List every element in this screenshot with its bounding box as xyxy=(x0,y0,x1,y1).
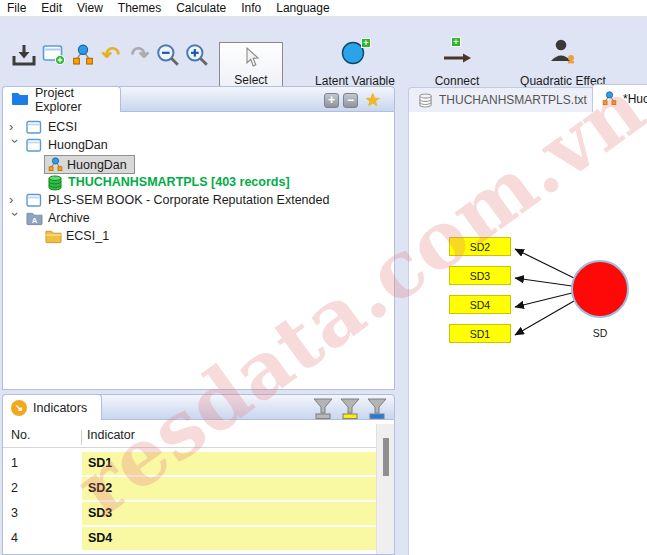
tree-item-huongdan-model[interactable]: HuongDan xyxy=(3,156,394,174)
indicator-cell[interactable]: SD2 xyxy=(82,477,376,500)
archive-folder-icon: A xyxy=(26,211,43,227)
indicators-panel: ↘ Indicators No. Indicator 1 SD1 2 SD2 3… xyxy=(2,394,395,555)
indicator-box-sd3[interactable]: SD3 xyxy=(449,266,511,285)
select-tool-button[interactable]: Select xyxy=(219,42,283,92)
row-number: 3 xyxy=(11,502,71,525)
data-file-tab[interactable]: THUCHANHSMARTPLS.txt xyxy=(408,87,597,112)
redo-icon[interactable]: ↷ xyxy=(128,43,152,67)
tree-item-label: HuongDan xyxy=(67,158,127,172)
tree-item-label: HuongDan xyxy=(48,138,108,152)
favorite-star-icon[interactable]: ★ xyxy=(365,89,381,111)
quadratic-effect-icon xyxy=(549,38,577,69)
project-explorer-title: Project Explorer xyxy=(35,86,108,114)
indicator-box-sd4[interactable]: SD4 xyxy=(449,295,511,314)
cursor-icon xyxy=(242,47,260,73)
tree-item-ecsi[interactable]: › ECSI xyxy=(3,119,394,137)
model-icon xyxy=(602,91,617,106)
dataset-label: THUCHANHSMARTPLS [403 records] xyxy=(68,175,290,189)
menu-view[interactable]: View xyxy=(77,1,103,15)
model-tab-label: *Huo xyxy=(623,92,647,106)
indicator-cell[interactable]: SD3 xyxy=(82,502,376,525)
selected-tree-item[interactable]: HuongDan xyxy=(44,155,135,174)
path-sd-sd3[interactable] xyxy=(515,278,572,286)
project-explorer-panel: + − ★ Project Explorer › xyxy=(2,86,395,390)
latent-variable-sd[interactable] xyxy=(571,260,629,318)
tree-item-label: ECSI_1 xyxy=(66,229,109,243)
menu-edit[interactable]: Edit xyxy=(41,1,62,15)
plus-badge-icon: + xyxy=(361,38,371,48)
connect-icon: + xyxy=(441,38,473,70)
latent-variable-button[interactable]: + Latent Variable xyxy=(303,38,407,91)
row-number: 1 xyxy=(11,452,71,475)
project-icon xyxy=(26,120,43,136)
chevron-down-icon[interactable]: › xyxy=(8,139,22,151)
path-sd-sd2[interactable] xyxy=(515,249,574,278)
indicator-box-sd2[interactable]: SD2 xyxy=(449,237,511,256)
data-file-tab-label: THUCHANHSMARTPLS.txt xyxy=(439,93,587,107)
smartpls-window: File Edit View Themes Calculate Info Lan… xyxy=(0,0,647,555)
path-sd-sd1[interactable] xyxy=(515,301,574,335)
tree-item-ecsi-1[interactable]: ECSI_1 xyxy=(3,228,394,246)
new-project-icon[interactable] xyxy=(42,43,66,67)
row-number: 2 xyxy=(11,477,71,500)
menu-language[interactable]: Language xyxy=(276,1,329,15)
indicators-icon: ↘ xyxy=(11,400,27,416)
tree-item-label: Archive xyxy=(48,211,90,225)
column-header-indicator[interactable]: Indicator xyxy=(87,428,135,442)
zoom-in-icon[interactable] xyxy=(185,43,209,67)
column-header-no[interactable]: No. xyxy=(11,428,30,442)
indicators-title: Indicators xyxy=(33,401,87,415)
model-tab[interactable]: *Huo xyxy=(592,84,647,112)
tree-item-huongdan-project[interactable]: › HuongDan xyxy=(3,137,394,155)
svg-text:A: A xyxy=(32,216,38,225)
menu-bar: File Edit View Themes Calculate Info Lan… xyxy=(0,0,647,17)
indicator-box-sd1[interactable]: SD1 xyxy=(449,324,511,343)
database-icon xyxy=(418,93,433,108)
folder-icon xyxy=(11,91,29,109)
model-icon xyxy=(48,157,63,172)
indicators-tab[interactable]: ↘ Indicators xyxy=(2,394,102,420)
project-icon xyxy=(26,138,43,154)
model-icon[interactable] xyxy=(71,43,95,67)
import-icon[interactable] xyxy=(12,43,36,67)
indicators-table: No. Indicator 1 SD1 2 SD2 3 SD3 4 SD4 xyxy=(2,420,395,555)
tree-item-pls-sem-book[interactable]: › PLS-SEM BOOK - Corporate Reputation Ex… xyxy=(3,192,394,210)
row-number: 4 xyxy=(11,527,71,550)
project-tree: › ECSI › HuongDan xyxy=(2,112,395,390)
expand-all-button[interactable]: + xyxy=(324,93,339,108)
chevron-right-icon[interactable]: › xyxy=(9,193,21,207)
chevron-right-icon[interactable]: › xyxy=(9,120,21,134)
plus-badge-icon: + xyxy=(451,37,461,47)
folder-icon xyxy=(45,229,62,245)
tree-item-archive[interactable]: › A Archive xyxy=(3,210,394,228)
chevron-down-icon[interactable]: › xyxy=(8,212,22,224)
project-explorer-tab[interactable]: Project Explorer xyxy=(2,86,121,112)
indicator-cell[interactable]: SD1 xyxy=(82,452,376,475)
database-icon xyxy=(47,175,64,191)
project-icon xyxy=(26,193,43,209)
tree-item-label: ECSI xyxy=(48,120,77,134)
indicator-cell[interactable]: SD4 xyxy=(82,527,376,550)
zoom-out-icon[interactable] xyxy=(156,43,180,67)
column-divider[interactable] xyxy=(81,430,82,445)
menu-themes[interactable]: Themes xyxy=(118,1,161,15)
model-paths xyxy=(408,112,647,555)
tree-item-dataset[interactable]: THUCHANHSMARTPLS [403 records] xyxy=(3,174,394,192)
table-header-row: No. Indicator xyxy=(3,424,394,448)
menu-calculate[interactable]: Calculate xyxy=(176,1,226,15)
undo-icon[interactable]: ↶ xyxy=(99,43,123,67)
toolbar: ↶ ↷ Select xyxy=(0,17,647,80)
menu-info[interactable]: Info xyxy=(241,1,261,15)
path-sd-sd4[interactable] xyxy=(515,293,572,307)
menu-file[interactable]: File xyxy=(7,1,26,15)
select-tool-label: Select xyxy=(234,73,267,87)
editor-tab-bar: THUCHANHSMARTPLS.txt *Huo xyxy=(408,84,647,112)
tree-item-label: PLS-SEM BOOK - Corporate Reputation Exte… xyxy=(48,193,329,207)
table-scrollbar[interactable] xyxy=(376,424,394,554)
latent-variable-icon: + xyxy=(340,38,370,70)
collapse-all-button[interactable]: − xyxy=(343,93,358,108)
scrollbar-thumb[interactable] xyxy=(383,438,389,476)
